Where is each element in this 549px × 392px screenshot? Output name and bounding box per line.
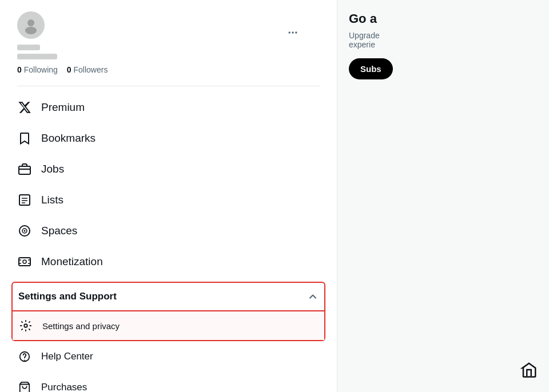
monetization-icon (17, 254, 32, 269)
following-stat: 0 Following (17, 65, 58, 74)
help-center-item[interactable]: Help Center (0, 341, 337, 372)
settings-icon (18, 318, 33, 333)
settings-privacy-label: Settings and privacy (42, 321, 120, 331)
following-count: 0 (17, 65, 22, 74)
go-premium-title: Go a (349, 11, 538, 26)
cart-icon (17, 380, 32, 392)
followers-stat: 0 Followers (67, 65, 108, 74)
bookmarks-label: Bookmarks (41, 132, 96, 145)
svg-point-22 (24, 360, 25, 361)
more-icon (287, 27, 299, 38)
avatar[interactable] (17, 11, 45, 39)
svg-point-0 (27, 19, 34, 26)
avatar-silhouette-icon (22, 16, 40, 34)
home-nav-item[interactable] (520, 361, 538, 381)
lists-icon (17, 193, 32, 207)
sidebar-item-premium[interactable]: Premium (0, 92, 337, 123)
purchases-label: Purchases (41, 382, 87, 392)
premium-label: Premium (41, 101, 85, 114)
settings-support-title: Settings and Support (18, 291, 117, 302)
chevron-up-icon (307, 291, 319, 302)
bookmark-icon (17, 131, 32, 146)
spaces-icon (17, 223, 32, 238)
settings-support-header[interactable]: Settings and Support (11, 282, 325, 311)
svg-point-15 (23, 260, 26, 263)
settings-support-section: Settings and Support Settings and privac… (11, 282, 325, 341)
svg-rect-5 (19, 166, 30, 174)
profile-handle-placeholder (17, 54, 57, 59)
home-icon (520, 361, 538, 378)
sidebar-item-monetization[interactable]: Monetization (0, 246, 337, 277)
jobs-label: Jobs (41, 163, 64, 175)
sidebar-item-lists[interactable]: Lists (0, 185, 337, 215)
sidebar-item-spaces[interactable]: Spaces (0, 215, 337, 246)
follow-stats: 0 Following 0 Followers (17, 65, 108, 74)
help-icon (17, 349, 32, 364)
svg-point-3 (292, 31, 293, 33)
left-panel: 0 Following 0 Followers Premium (0, 0, 337, 392)
followers-label: Followers (74, 65, 108, 74)
sidebar-item-bookmarks[interactable]: Bookmarks (0, 123, 337, 154)
profile-name-placeholder (17, 45, 40, 50)
svg-point-13 (24, 230, 26, 232)
monetization-label: Monetization (41, 255, 103, 268)
more-options-button[interactable] (283, 23, 303, 42)
sidebar-item-jobs[interactable]: Jobs (0, 154, 337, 185)
right-panel-content: Go a Upgrade experie Subs (337, 0, 549, 91)
svg-point-4 (295, 31, 297, 33)
lists-label: Lists (41, 194, 63, 206)
purchases-item[interactable]: Purchases (0, 372, 337, 392)
nav-menu: Premium Bookmarks Jobs (0, 92, 337, 277)
help-center-label: Help Center (41, 351, 93, 362)
go-premium-subtitle: Upgrade experie (349, 31, 538, 49)
jobs-icon (17, 162, 32, 177)
svg-point-1 (25, 27, 37, 34)
x-icon (17, 100, 32, 115)
svg-rect-7 (19, 195, 30, 205)
svg-rect-14 (19, 258, 30, 266)
svg-point-2 (289, 31, 291, 33)
settings-sub-items: Settings and privacy (11, 311, 325, 341)
spaces-label: Spaces (41, 225, 77, 237)
right-panel: Go a Upgrade experie Subs (337, 0, 549, 392)
svg-point-20 (24, 324, 27, 327)
followers-count: 0 (67, 65, 71, 74)
subscribe-button[interactable]: Subs (349, 58, 393, 79)
settings-privacy-item[interactable]: Settings and privacy (13, 311, 324, 340)
following-label: Following (24, 65, 58, 74)
profile-divider (17, 86, 320, 86)
profile-area: 0 Following 0 Followers (0, 0, 337, 80)
